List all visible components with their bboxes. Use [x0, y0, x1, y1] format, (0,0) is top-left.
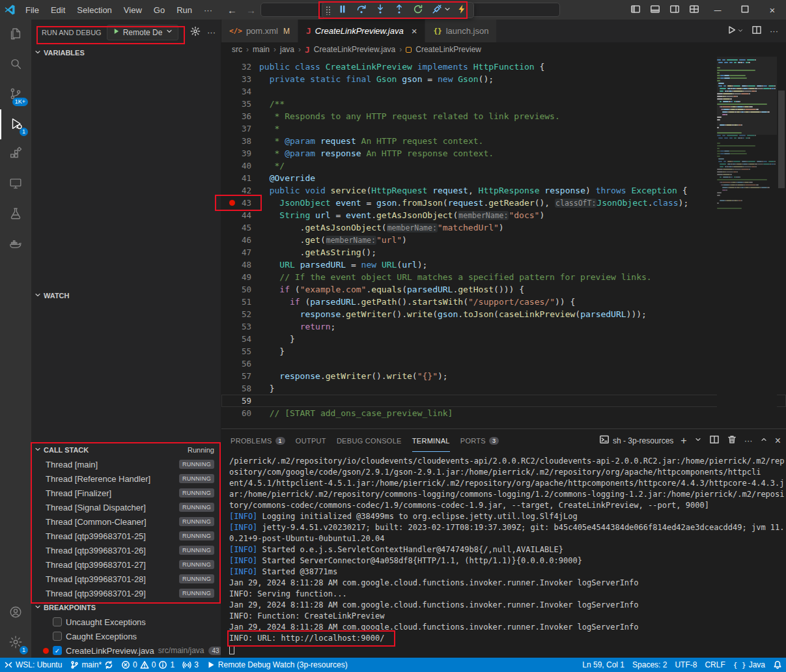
gutter[interactable]: 56	[221, 357, 259, 370]
code-line[interactable]: 54 }	[221, 333, 786, 345]
code-editor[interactable]: 32public class CreateLinkPreview impleme…	[221, 57, 786, 428]
gutter[interactable]: 48	[221, 259, 259, 271]
gutter[interactable]: 32	[221, 61, 259, 73]
code-line[interactable]: 59	[221, 395, 786, 407]
breakpoint-checkbox[interactable]	[53, 632, 62, 641]
call-stack-thread[interactable]: Thread [qtp399683701-28]RUNNING	[31, 572, 221, 586]
git-branch-indicator[interactable]: main*	[66, 658, 117, 672]
close-window-button[interactable]: ×	[759, 0, 786, 20]
gutter[interactable]: 47	[221, 246, 259, 259]
call-stack-thread[interactable]: Thread [qtp399683701-29]RUNNING	[31, 586, 221, 600]
code-line[interactable]: 37 *	[221, 122, 786, 135]
minimize-button[interactable]: ─	[704, 0, 731, 20]
code-line[interactable]: 43 JsonObject event = gson.fromJson(requ…	[221, 197, 786, 209]
gutter[interactable]: 49	[221, 271, 259, 283]
panel-more-actions-icon[interactable]: ···	[744, 436, 753, 445]
code-line[interactable]: 56	[221, 357, 786, 370]
panel-tab-ports[interactable]: PORTS3	[460, 429, 499, 452]
panel-tab-output[interactable]: OUTPUT	[296, 429, 326, 452]
gutter[interactable]: 45	[221, 221, 259, 234]
editor-more-actions-icon[interactable]: ···	[770, 26, 778, 36]
indentation-indicator[interactable]: Spaces: 2	[628, 658, 671, 672]
activitybar-explorer[interactable]	[0, 20, 31, 49]
breadcrumb-src[interactable]: src	[232, 45, 242, 54]
gutter[interactable]: 34	[221, 85, 259, 98]
activitybar-docker[interactable]	[0, 229, 31, 259]
tab-createlinkpreview-java[interactable]: J CreateLinkPreview.java ×	[298, 20, 425, 42]
gutter[interactable]: 55	[221, 345, 259, 357]
restart-button[interactable]	[410, 3, 427, 18]
gutter[interactable]: 39	[221, 147, 259, 160]
activitybar-extensions[interactable]	[0, 139, 31, 169]
maximize-button[interactable]	[731, 0, 759, 20]
activitybar-source-control[interactable]: 1K+	[0, 79, 31, 109]
gutter[interactable]: 43	[221, 197, 259, 209]
gutter[interactable]: 53	[221, 320, 259, 333]
terminal-instance-item[interactable]: sh - 3p-resources	[599, 434, 673, 447]
menu-edit[interactable]: Edit	[45, 5, 71, 15]
gutter[interactable]: 46	[221, 234, 259, 246]
toggle-sidebar-left-icon[interactable]	[626, 0, 645, 20]
code-line[interactable]: 36 * Responds to any HTTP request relate…	[221, 110, 786, 122]
remote-indicator[interactable]: WSL: Ubuntu	[0, 658, 66, 672]
breakpoints-section-header[interactable]: BREAKPOINTS	[31, 600, 221, 615]
debug-session-indicator[interactable]: Remote Debug Watch (3p-resources)	[203, 658, 352, 672]
terminal-output[interactable]: /pierrick/.m2/repository/io/cloudevents/…	[221, 452, 786, 658]
history-back-icon[interactable]: ←	[227, 5, 237, 16]
menu-file[interactable]: File	[20, 5, 45, 15]
gutter[interactable]: 40	[221, 160, 259, 172]
code-line[interactable]: 47 .getAsString();	[221, 246, 786, 259]
notifications-bell[interactable]	[769, 658, 786, 672]
pause-button[interactable]	[334, 3, 351, 18]
drag-grip-icon[interactable]	[326, 6, 331, 15]
step-out-button[interactable]	[391, 3, 408, 18]
maximize-panel-icon[interactable]	[760, 436, 768, 445]
new-terminal-icon[interactable]: +	[681, 435, 686, 447]
breadcrumb-symbol[interactable]: CreateLinkPreview	[415, 45, 481, 54]
gutter[interactable]: 38	[221, 135, 259, 147]
gutter[interactable]: 52	[221, 308, 259, 320]
call-stack-thread[interactable]: Thread [Signal Dispatcher]RUNNING	[31, 500, 221, 514]
breakpoint-checkbox[interactable]	[53, 617, 62, 626]
gutter[interactable]: 50	[221, 283, 259, 296]
hot-code-replace-button[interactable]	[453, 3, 470, 18]
ports-indicator[interactable]: 3	[178, 658, 203, 672]
code-line[interactable]: 57 response.getWriter().write("{}");	[221, 370, 786, 382]
code-line[interactable]: 39 * @param response An HTTP response co…	[221, 147, 786, 160]
chevron-down-icon[interactable]	[443, 5, 451, 15]
split-terminal-icon[interactable]	[709, 434, 720, 447]
code-line[interactable]: 52 response.getWriter().write(gson.toJso…	[221, 308, 786, 320]
breadcrumb-main[interactable]: main	[253, 45, 270, 54]
tab-launch-json[interactable]: {} launch.json	[425, 20, 497, 42]
history-forward-icon[interactable]: →	[246, 5, 256, 16]
gutter[interactable]: 51	[221, 296, 259, 308]
split-editor-icon[interactable]	[751, 25, 762, 37]
call-stack-thread[interactable]: Thread [qtp399683701-26]RUNNING	[31, 543, 221, 557]
call-stack-thread[interactable]: Thread [Common-Cleaner]RUNNING	[31, 514, 221, 529]
code-line[interactable]: 58 }	[221, 382, 786, 395]
code-line[interactable]: 38 * @param request An HTTP request cont…	[221, 135, 786, 147]
close-tab-icon[interactable]: ×	[412, 25, 417, 36]
panel-tab-terminal[interactable]: TERMINAL	[412, 429, 450, 452]
step-into-button[interactable]	[372, 3, 389, 18]
gutter[interactable]: 57	[221, 370, 259, 382]
terminal-profile-chevron-icon[interactable]	[694, 436, 702, 445]
call-stack-thread[interactable]: Thread [qtp399683701-25]RUNNING	[31, 529, 221, 543]
run-file-button[interactable]	[726, 25, 744, 37]
start-debugging-icon[interactable]	[112, 27, 120, 37]
editor-scrollbar[interactable]	[777, 57, 786, 428]
variables-section-header[interactable]: VARIABLES	[31, 46, 221, 60]
call-stack-thread[interactable]: Thread [main]RUNNING	[31, 457, 221, 471]
activitybar-run-and-debug[interactable]: 1	[0, 109, 31, 139]
gutter[interactable]: 58	[221, 382, 259, 395]
code-line[interactable]: 48 URL parsedURL = new URL(url);	[221, 259, 786, 271]
code-line[interactable]: 32public class CreateLinkPreview impleme…	[221, 61, 786, 73]
gutter[interactable]: 36	[221, 110, 259, 122]
gutter[interactable]: 37	[221, 122, 259, 135]
step-over-button[interactable]	[353, 3, 370, 18]
activitybar-remote-explorer[interactable]	[0, 169, 31, 199]
gutter[interactable]: 42	[221, 184, 259, 197]
breakpoint-checkbox[interactable]: ✓	[53, 646, 62, 655]
code-line[interactable]: 55 }	[221, 345, 786, 357]
gutter[interactable]: 59	[221, 395, 259, 407]
